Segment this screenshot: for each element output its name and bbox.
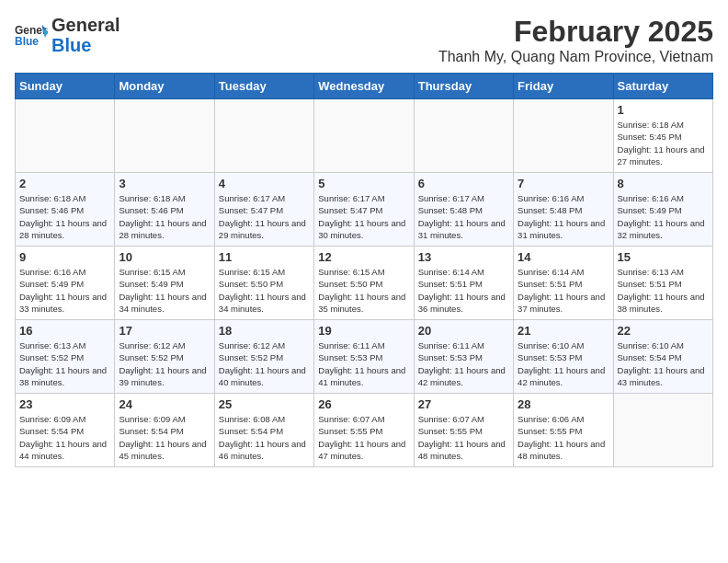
day-info: Sunrise: 6:11 AM Sunset: 5:53 PM Dayligh… — [318, 339, 409, 388]
day-info: Sunrise: 6:12 AM Sunset: 5:52 PM Dayligh… — [219, 339, 310, 388]
day-number: 2 — [19, 177, 110, 190]
calendar-cell — [115, 99, 214, 173]
calendar-cell: 9Sunrise: 6:16 AM Sunset: 5:49 PM Daylig… — [16, 247, 115, 320]
day-number: 25 — [219, 397, 310, 411]
calendar-cell: 5Sunrise: 6:17 AM Sunset: 5:47 PM Daylig… — [314, 173, 414, 247]
logo-icon: General Blue — [15, 21, 48, 49]
day-info: Sunrise: 6:10 AM Sunset: 5:54 PM Dayligh… — [618, 339, 709, 388]
calendar-cell: 11Sunrise: 6:15 AM Sunset: 5:50 PM Dayli… — [214, 247, 313, 320]
weekday-header-wednesday: Wednesday — [314, 74, 414, 99]
day-info: Sunrise: 6:14 AM Sunset: 5:51 PM Dayligh… — [518, 266, 609, 315]
calendar-cell: 25Sunrise: 6:08 AM Sunset: 5:54 PM Dayli… — [214, 394, 313, 467]
day-info: Sunrise: 6:11 AM Sunset: 5:53 PM Dayligh… — [418, 339, 509, 388]
day-number: 20 — [418, 324, 509, 338]
svg-text:Blue: Blue — [15, 35, 39, 48]
day-number: 27 — [418, 397, 509, 411]
day-number: 28 — [518, 397, 609, 411]
day-info: Sunrise: 6:17 AM Sunset: 5:47 PM Dayligh… — [219, 192, 310, 241]
weekday-header-tuesday: Tuesday — [214, 74, 313, 99]
day-info: Sunrise: 6:13 AM Sunset: 5:52 PM Dayligh… — [19, 339, 110, 388]
calendar-cell: 16Sunrise: 6:13 AM Sunset: 5:52 PM Dayli… — [16, 320, 115, 394]
calendar-cell: 12Sunrise: 6:15 AM Sunset: 5:50 PM Dayli… — [314, 247, 414, 320]
day-number: 19 — [318, 324, 409, 338]
calendar-cell: 24Sunrise: 6:09 AM Sunset: 5:54 PM Dayli… — [115, 394, 214, 467]
calendar-cell: 15Sunrise: 6:13 AM Sunset: 5:51 PM Dayli… — [613, 247, 712, 320]
calendar-cell: 10Sunrise: 6:15 AM Sunset: 5:49 PM Dayli… — [115, 247, 214, 320]
weekday-header-saturday: Saturday — [613, 74, 712, 99]
day-number: 18 — [219, 324, 310, 338]
day-info: Sunrise: 6:14 AM Sunset: 5:51 PM Dayligh… — [418, 266, 509, 315]
day-number: 23 — [19, 397, 110, 411]
calendar-table: SundayMondayTuesdayWednesdayThursdayFrid… — [15, 73, 713, 467]
day-info: Sunrise: 6:18 AM Sunset: 5:46 PM Dayligh… — [19, 192, 110, 241]
day-number: 6 — [418, 177, 509, 190]
calendar-cell: 28Sunrise: 6:06 AM Sunset: 5:55 PM Dayli… — [514, 394, 613, 467]
day-info: Sunrise: 6:17 AM Sunset: 5:48 PM Dayligh… — [418, 192, 509, 241]
day-info: Sunrise: 6:15 AM Sunset: 5:49 PM Dayligh… — [119, 266, 210, 315]
calendar-cell: 1Sunrise: 6:18 AM Sunset: 5:45 PM Daylig… — [613, 99, 712, 173]
day-info: Sunrise: 6:16 AM Sunset: 5:49 PM Dayligh… — [618, 192, 709, 241]
day-info: Sunrise: 6:15 AM Sunset: 5:50 PM Dayligh… — [219, 266, 310, 315]
day-number: 12 — [318, 250, 409, 264]
calendar-cell: 23Sunrise: 6:09 AM Sunset: 5:54 PM Dayli… — [16, 394, 115, 467]
title-block: February 2025 Thanh My, Quang Nam Provin… — [438, 15, 713, 65]
day-number: 14 — [518, 250, 609, 264]
day-info: Sunrise: 6:09 AM Sunset: 5:54 PM Dayligh… — [19, 413, 110, 462]
weekday-header-sunday: Sunday — [16, 74, 115, 99]
calendar-cell — [514, 99, 613, 173]
weekday-header-row: SundayMondayTuesdayWednesdayThursdayFrid… — [16, 74, 713, 99]
day-info: Sunrise: 6:12 AM Sunset: 5:52 PM Dayligh… — [119, 339, 210, 388]
day-info: Sunrise: 6:09 AM Sunset: 5:54 PM Dayligh… — [119, 413, 210, 462]
day-number: 17 — [119, 324, 210, 338]
day-info: Sunrise: 6:18 AM Sunset: 5:46 PM Dayligh… — [119, 192, 210, 241]
day-info: Sunrise: 6:07 AM Sunset: 5:55 PM Dayligh… — [418, 413, 509, 462]
weekday-header-friday: Friday — [514, 74, 613, 99]
calendar-cell: 18Sunrise: 6:12 AM Sunset: 5:52 PM Dayli… — [214, 320, 313, 394]
week-row-3: 9Sunrise: 6:16 AM Sunset: 5:49 PM Daylig… — [16, 247, 713, 320]
calendar-cell: 20Sunrise: 6:11 AM Sunset: 5:53 PM Dayli… — [414, 320, 513, 394]
day-number: 5 — [318, 177, 409, 190]
calendar-cell: 19Sunrise: 6:11 AM Sunset: 5:53 PM Dayli… — [314, 320, 414, 394]
day-number: 7 — [518, 177, 609, 190]
day-info: Sunrise: 6:10 AM Sunset: 5:53 PM Dayligh… — [518, 339, 609, 388]
day-number: 26 — [318, 397, 409, 411]
day-info: Sunrise: 6:16 AM Sunset: 5:49 PM Dayligh… — [19, 266, 110, 315]
calendar-cell: 14Sunrise: 6:14 AM Sunset: 5:51 PM Dayli… — [514, 247, 613, 320]
day-number: 10 — [119, 250, 210, 264]
day-number: 13 — [418, 250, 509, 264]
calendar-cell: 8Sunrise: 6:16 AM Sunset: 5:49 PM Daylig… — [613, 173, 712, 247]
calendar-cell: 2Sunrise: 6:18 AM Sunset: 5:46 PM Daylig… — [16, 173, 115, 247]
day-info: Sunrise: 6:06 AM Sunset: 5:55 PM Dayligh… — [518, 413, 609, 462]
calendar-cell: 6Sunrise: 6:17 AM Sunset: 5:48 PM Daylig… — [414, 173, 513, 247]
day-number: 3 — [119, 177, 210, 190]
calendar-cell — [214, 99, 313, 173]
day-info: Sunrise: 6:07 AM Sunset: 5:55 PM Dayligh… — [318, 413, 409, 462]
day-number: 15 — [618, 250, 709, 264]
day-number: 16 — [19, 324, 110, 338]
day-number: 21 — [518, 324, 609, 338]
day-info: Sunrise: 6:08 AM Sunset: 5:54 PM Dayligh… — [219, 413, 310, 462]
logo-text: GeneralBlue — [51, 15, 119, 55]
day-number: 9 — [19, 250, 110, 264]
weekday-header-thursday: Thursday — [414, 74, 513, 99]
calendar-cell: 27Sunrise: 6:07 AM Sunset: 5:55 PM Dayli… — [414, 394, 513, 467]
day-info: Sunrise: 6:16 AM Sunset: 5:48 PM Dayligh… — [518, 192, 609, 241]
day-info: Sunrise: 6:13 AM Sunset: 5:51 PM Dayligh… — [618, 266, 709, 315]
day-number: 11 — [219, 250, 310, 264]
logo: General Blue GeneralBlue — [15, 15, 119, 55]
calendar-cell: 26Sunrise: 6:07 AM Sunset: 5:55 PM Dayli… — [314, 394, 414, 467]
month-title: February 2025 — [438, 15, 713, 49]
calendar-cell — [613, 394, 712, 467]
day-info: Sunrise: 6:17 AM Sunset: 5:47 PM Dayligh… — [318, 192, 409, 241]
week-row-5: 23Sunrise: 6:09 AM Sunset: 5:54 PM Dayli… — [16, 394, 713, 467]
calendar-cell: 13Sunrise: 6:14 AM Sunset: 5:51 PM Dayli… — [414, 247, 513, 320]
calendar-cell: 4Sunrise: 6:17 AM Sunset: 5:47 PM Daylig… — [214, 173, 313, 247]
day-number: 24 — [119, 397, 210, 411]
calendar-cell: 22Sunrise: 6:10 AM Sunset: 5:54 PM Dayli… — [613, 320, 712, 394]
calendar-cell: 21Sunrise: 6:10 AM Sunset: 5:53 PM Dayli… — [514, 320, 613, 394]
calendar-cell: 17Sunrise: 6:12 AM Sunset: 5:52 PM Dayli… — [115, 320, 214, 394]
day-number: 22 — [618, 324, 709, 338]
day-info: Sunrise: 6:18 AM Sunset: 5:45 PM Dayligh… — [618, 119, 709, 167]
day-number: 4 — [219, 177, 310, 190]
day-number: 8 — [618, 177, 709, 190]
